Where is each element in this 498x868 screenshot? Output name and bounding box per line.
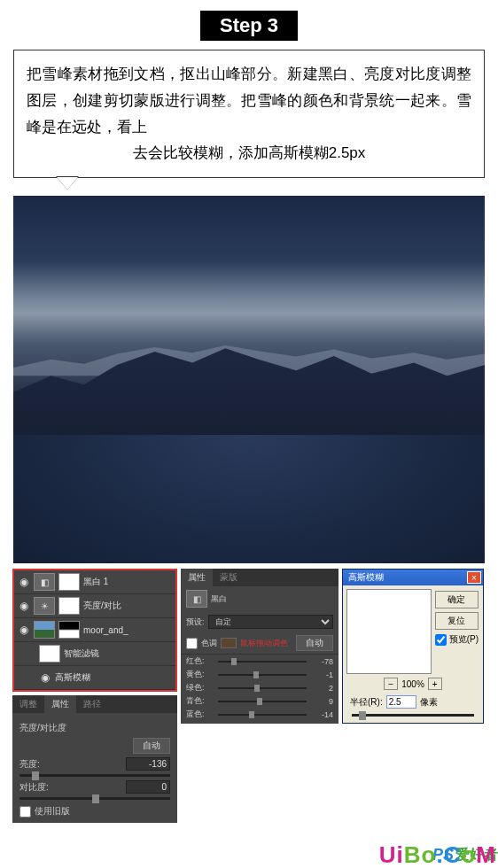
preset-select[interactable]: 自定 (208, 615, 333, 629)
visibility-icon[interactable]: ◉ (18, 576, 30, 588)
preset-label: 预设: (186, 616, 205, 628)
layer-smartobject[interactable]: ◉ moor_and_ (14, 618, 175, 642)
tab-adjustments[interactable]: 调整 (12, 695, 44, 713)
layer-mask-thumb[interactable] (58, 573, 80, 591)
zoom-in-button[interactable]: + (428, 678, 442, 690)
preview-checkbox[interactable] (435, 634, 447, 646)
layers-panel: ◉ ◧ 黑白 1 ◉ ☀ 亮度/对比 ◉ moor_and_ 智能滤镜 (12, 569, 177, 692)
radius-label: 半径(R): (350, 696, 383, 709)
layer-name: 智能滤镜 (64, 647, 99, 660)
green-slider[interactable] (218, 687, 307, 689)
bw-title: 黑白 (211, 593, 227, 605)
tint-label: 色调 (201, 638, 217, 649)
cyan-label: 青色: (186, 695, 214, 707)
wm-char: B (404, 841, 422, 868)
wm-char: U (379, 841, 397, 868)
zoom-out-button[interactable]: − (384, 678, 398, 690)
brightness-contrast-panel: 调整 属性 路径 亮度/对比度 自动 亮度: 对比度: (12, 695, 177, 823)
step-header: Step 3 (0, 0, 498, 41)
close-icon[interactable]: × (467, 571, 481, 584)
description-last-line: 去会比较模糊，添加高斯模糊2.5px (27, 140, 471, 167)
layer-smartfilters[interactable]: 智能滤镜 (14, 642, 175, 666)
tint-checkbox[interactable] (186, 638, 198, 649)
panel-title: 亮度/对比度 (19, 722, 66, 734)
filter-mask-thumb[interactable] (39, 645, 60, 663)
contrast-label: 对比度: (19, 781, 49, 794)
layer-name: 高斯模糊 (55, 671, 90, 684)
step-badge: Step 3 (200, 11, 298, 41)
red-label: 红色: (186, 655, 214, 667)
wm-char: M (476, 841, 496, 868)
legacy-label: 使用旧版 (35, 805, 70, 818)
tint-swatch[interactable] (221, 638, 237, 648)
tab-properties[interactable]: 属性 (44, 695, 76, 713)
layer-mask-thumb[interactable] (58, 621, 80, 639)
radius-unit: 像素 (420, 696, 438, 709)
panel-tabs: 调整 属性 路径 (12, 695, 177, 713)
composite-preview-image (13, 196, 485, 563)
wm-char: . (436, 841, 443, 868)
tab-mask[interactable]: 蒙版 (213, 569, 245, 586)
visibility-icon[interactable]: ◉ (18, 624, 30, 636)
bw-icon: ◧ (186, 590, 207, 608)
ui-panels-row: ◉ ◧ 黑白 1 ◉ ☀ 亮度/对比 ◉ moor_and_ 智能滤镜 (0, 569, 498, 724)
brightness-slider[interactable] (19, 774, 170, 777)
brightness-label: 亮度: (19, 758, 40, 771)
yellow-value: -1 (310, 670, 333, 679)
legacy-checkbox[interactable] (19, 806, 31, 818)
layer-name: 黑白 1 (83, 576, 108, 588)
radius-input[interactable] (386, 695, 416, 709)
blur-preview-area (346, 589, 432, 674)
wm-char: C (444, 841, 462, 868)
dialog-title: 高斯模糊 (348, 571, 384, 584)
wm-char: o (461, 841, 476, 868)
tab-paths[interactable]: 路径 (76, 695, 108, 713)
radius-slider[interactable] (352, 714, 474, 717)
layer-blackwhite[interactable]: ◉ ◧ 黑白 1 (14, 570, 175, 594)
cyan-value: 9 (310, 697, 333, 706)
contrast-slider[interactable] (19, 797, 170, 800)
red-slider[interactable] (218, 661, 307, 663)
preview-label: 预览(P) (449, 633, 479, 646)
bw-auto-button[interactable]: 自动 (296, 635, 333, 651)
zoom-value: 100% (401, 679, 424, 689)
green-value: 2 (310, 684, 333, 693)
gaussian-blur-dialog: 高斯模糊 × 确定 复位 预览(P) − 100% + 半径(R): 像素 (342, 569, 484, 724)
tint-hint: 鼠标拖动调色 (240, 638, 288, 649)
blackwhite-properties-panel: 属性 蒙版 ◧ 黑白 预设: 自定 色调 鼠标拖动调色 自动 红色:-78 黄色… (181, 569, 338, 724)
layer-mask-thumb[interactable] (58, 597, 80, 615)
tab-properties[interactable]: 属性 (181, 569, 213, 586)
dialog-titlebar[interactable]: 高斯模糊 × (343, 570, 483, 585)
smartobject-thumb[interactable] (34, 621, 55, 639)
wm-char: o (422, 841, 437, 868)
brightness-input[interactable] (126, 757, 170, 771)
blue-label: 蓝色: (186, 709, 214, 720)
blue-value: -14 (310, 710, 333, 719)
ok-button[interactable]: 确定 (435, 591, 479, 608)
visibility-icon[interactable]: ◉ (18, 600, 30, 612)
layer-gaussian-filter[interactable]: ◉ 高斯模糊 (14, 666, 175, 690)
description-box: 把雪峰素材拖到文档，抠出山峰部分。新建黑白、亮度对比度调整图层，创建剪切蒙版进行… (13, 50, 485, 178)
speech-tail (57, 177, 78, 190)
cyan-slider[interactable] (218, 701, 307, 702)
cancel-button[interactable]: 复位 (435, 612, 479, 630)
frozen-ground (13, 435, 485, 563)
green-label: 绿色: (186, 682, 214, 694)
layer-name: 亮度/对比 (83, 600, 121, 612)
adjustment-bw-icon: ◧ (34, 573, 55, 591)
contrast-input[interactable] (126, 780, 170, 794)
adjustment-brightness-icon: ☀ (34, 597, 55, 615)
layer-brightness[interactable]: ◉ ☀ 亮度/对比 (14, 594, 175, 618)
red-value: -78 (310, 657, 333, 666)
watermark-url: UiBo.CoM (379, 841, 496, 868)
yellow-slider[interactable] (218, 674, 307, 676)
visibility-icon[interactable]: ◉ (39, 671, 51, 684)
auto-button[interactable]: 自动 (133, 738, 170, 754)
blue-slider[interactable] (218, 714, 307, 716)
layer-name: moor_and_ (83, 625, 128, 635)
yellow-label: 黄色: (186, 669, 214, 680)
wm-char: i (397, 841, 404, 868)
description-text: 把雪峰素材拖到文档，抠出山峰部分。新建黑白、亮度对比度调整图层，创建剪切蒙版进行… (27, 66, 471, 136)
